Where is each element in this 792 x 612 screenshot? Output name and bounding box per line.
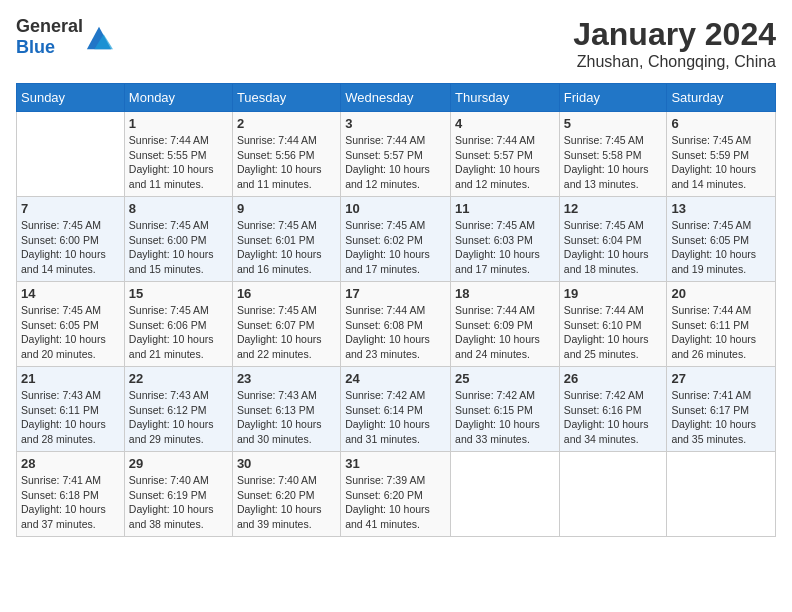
day-number: 27 bbox=[671, 371, 771, 386]
calendar-cell: 24Sunrise: 7:42 AM Sunset: 6:14 PM Dayli… bbox=[341, 367, 451, 452]
calendar-cell: 6Sunrise: 7:45 AM Sunset: 5:59 PM Daylig… bbox=[667, 112, 776, 197]
calendar-week-row: 1Sunrise: 7:44 AM Sunset: 5:55 PM Daylig… bbox=[17, 112, 776, 197]
day-info: Sunrise: 7:45 AM Sunset: 6:00 PM Dayligh… bbox=[129, 218, 228, 277]
calendar-cell: 23Sunrise: 7:43 AM Sunset: 6:13 PM Dayli… bbox=[232, 367, 340, 452]
day-number: 20 bbox=[671, 286, 771, 301]
calendar-cell: 28Sunrise: 7:41 AM Sunset: 6:18 PM Dayli… bbox=[17, 452, 125, 537]
calendar-cell: 1Sunrise: 7:44 AM Sunset: 5:55 PM Daylig… bbox=[124, 112, 232, 197]
calendar-cell: 31Sunrise: 7:39 AM Sunset: 6:20 PM Dayli… bbox=[341, 452, 451, 537]
calendar-week-row: 7Sunrise: 7:45 AM Sunset: 6:00 PM Daylig… bbox=[17, 197, 776, 282]
day-info: Sunrise: 7:45 AM Sunset: 6:04 PM Dayligh… bbox=[564, 218, 663, 277]
day-info: Sunrise: 7:45 AM Sunset: 6:03 PM Dayligh… bbox=[455, 218, 555, 277]
day-number: 31 bbox=[345, 456, 446, 471]
day-info: Sunrise: 7:44 AM Sunset: 5:55 PM Dayligh… bbox=[129, 133, 228, 192]
calendar-cell: 2Sunrise: 7:44 AM Sunset: 5:56 PM Daylig… bbox=[232, 112, 340, 197]
calendar-cell bbox=[559, 452, 667, 537]
calendar-table: SundayMondayTuesdayWednesdayThursdayFrid… bbox=[16, 83, 776, 537]
day-number: 15 bbox=[129, 286, 228, 301]
calendar-header: SundayMondayTuesdayWednesdayThursdayFrid… bbox=[17, 84, 776, 112]
calendar-cell: 21Sunrise: 7:43 AM Sunset: 6:11 PM Dayli… bbox=[17, 367, 125, 452]
calendar-body: 1Sunrise: 7:44 AM Sunset: 5:55 PM Daylig… bbox=[17, 112, 776, 537]
day-info: Sunrise: 7:41 AM Sunset: 6:18 PM Dayligh… bbox=[21, 473, 120, 532]
calendar-cell: 5Sunrise: 7:45 AM Sunset: 5:58 PM Daylig… bbox=[559, 112, 667, 197]
weekday-header-row: SundayMondayTuesdayWednesdayThursdayFrid… bbox=[17, 84, 776, 112]
day-info: Sunrise: 7:45 AM Sunset: 6:07 PM Dayligh… bbox=[237, 303, 336, 362]
calendar-week-row: 28Sunrise: 7:41 AM Sunset: 6:18 PM Dayli… bbox=[17, 452, 776, 537]
calendar-cell: 25Sunrise: 7:42 AM Sunset: 6:15 PM Dayli… bbox=[451, 367, 560, 452]
day-number: 24 bbox=[345, 371, 446, 386]
day-info: Sunrise: 7:45 AM Sunset: 6:00 PM Dayligh… bbox=[21, 218, 120, 277]
day-number: 6 bbox=[671, 116, 771, 131]
logo-text: General Blue bbox=[16, 16, 83, 58]
day-number: 17 bbox=[345, 286, 446, 301]
day-number: 30 bbox=[237, 456, 336, 471]
day-number: 5 bbox=[564, 116, 663, 131]
calendar-cell: 7Sunrise: 7:45 AM Sunset: 6:00 PM Daylig… bbox=[17, 197, 125, 282]
day-info: Sunrise: 7:42 AM Sunset: 6:16 PM Dayligh… bbox=[564, 388, 663, 447]
day-number: 8 bbox=[129, 201, 228, 216]
day-info: Sunrise: 7:44 AM Sunset: 6:11 PM Dayligh… bbox=[671, 303, 771, 362]
weekday-header-tuesday: Tuesday bbox=[232, 84, 340, 112]
calendar-week-row: 21Sunrise: 7:43 AM Sunset: 6:11 PM Dayli… bbox=[17, 367, 776, 452]
day-number: 22 bbox=[129, 371, 228, 386]
calendar-cell: 12Sunrise: 7:45 AM Sunset: 6:04 PM Dayli… bbox=[559, 197, 667, 282]
calendar-week-row: 14Sunrise: 7:45 AM Sunset: 6:05 PM Dayli… bbox=[17, 282, 776, 367]
day-info: Sunrise: 7:44 AM Sunset: 5:57 PM Dayligh… bbox=[345, 133, 446, 192]
day-number: 13 bbox=[671, 201, 771, 216]
day-info: Sunrise: 7:43 AM Sunset: 6:12 PM Dayligh… bbox=[129, 388, 228, 447]
calendar-cell: 13Sunrise: 7:45 AM Sunset: 6:05 PM Dayli… bbox=[667, 197, 776, 282]
location: Zhushan, Chongqing, China bbox=[573, 53, 776, 71]
day-info: Sunrise: 7:45 AM Sunset: 5:58 PM Dayligh… bbox=[564, 133, 663, 192]
day-number: 2 bbox=[237, 116, 336, 131]
day-number: 9 bbox=[237, 201, 336, 216]
weekday-header-saturday: Saturday bbox=[667, 84, 776, 112]
day-number: 25 bbox=[455, 371, 555, 386]
day-info: Sunrise: 7:45 AM Sunset: 6:02 PM Dayligh… bbox=[345, 218, 446, 277]
day-info: Sunrise: 7:43 AM Sunset: 6:11 PM Dayligh… bbox=[21, 388, 120, 447]
calendar-cell bbox=[667, 452, 776, 537]
calendar-cell: 27Sunrise: 7:41 AM Sunset: 6:17 PM Dayli… bbox=[667, 367, 776, 452]
day-number: 11 bbox=[455, 201, 555, 216]
calendar-cell: 10Sunrise: 7:45 AM Sunset: 6:02 PM Dayli… bbox=[341, 197, 451, 282]
day-info: Sunrise: 7:44 AM Sunset: 5:56 PM Dayligh… bbox=[237, 133, 336, 192]
calendar-cell: 19Sunrise: 7:44 AM Sunset: 6:10 PM Dayli… bbox=[559, 282, 667, 367]
calendar-cell bbox=[451, 452, 560, 537]
weekday-header-sunday: Sunday bbox=[17, 84, 125, 112]
day-number: 14 bbox=[21, 286, 120, 301]
day-info: Sunrise: 7:45 AM Sunset: 6:05 PM Dayligh… bbox=[21, 303, 120, 362]
day-info: Sunrise: 7:45 AM Sunset: 5:59 PM Dayligh… bbox=[671, 133, 771, 192]
day-info: Sunrise: 7:44 AM Sunset: 6:09 PM Dayligh… bbox=[455, 303, 555, 362]
day-info: Sunrise: 7:42 AM Sunset: 6:14 PM Dayligh… bbox=[345, 388, 446, 447]
month-year: January 2024 bbox=[573, 16, 776, 53]
day-info: Sunrise: 7:40 AM Sunset: 6:20 PM Dayligh… bbox=[237, 473, 336, 532]
day-info: Sunrise: 7:43 AM Sunset: 6:13 PM Dayligh… bbox=[237, 388, 336, 447]
day-info: Sunrise: 7:39 AM Sunset: 6:20 PM Dayligh… bbox=[345, 473, 446, 532]
logo: General Blue bbox=[16, 16, 113, 58]
weekday-header-thursday: Thursday bbox=[451, 84, 560, 112]
day-info: Sunrise: 7:41 AM Sunset: 6:17 PM Dayligh… bbox=[671, 388, 771, 447]
weekday-header-friday: Friday bbox=[559, 84, 667, 112]
day-info: Sunrise: 7:40 AM Sunset: 6:19 PM Dayligh… bbox=[129, 473, 228, 532]
logo-general: General bbox=[16, 16, 83, 36]
day-number: 10 bbox=[345, 201, 446, 216]
day-info: Sunrise: 7:44 AM Sunset: 5:57 PM Dayligh… bbox=[455, 133, 555, 192]
calendar-cell: 29Sunrise: 7:40 AM Sunset: 6:19 PM Dayli… bbox=[124, 452, 232, 537]
logo-icon bbox=[85, 23, 113, 51]
day-info: Sunrise: 7:45 AM Sunset: 6:05 PM Dayligh… bbox=[671, 218, 771, 277]
day-number: 12 bbox=[564, 201, 663, 216]
day-number: 21 bbox=[21, 371, 120, 386]
day-info: Sunrise: 7:45 AM Sunset: 6:01 PM Dayligh… bbox=[237, 218, 336, 277]
page-header: General Blue January 2024 Zhushan, Chong… bbox=[16, 16, 776, 71]
day-number: 7 bbox=[21, 201, 120, 216]
logo-blue: Blue bbox=[16, 37, 55, 57]
day-number: 1 bbox=[129, 116, 228, 131]
day-number: 28 bbox=[21, 456, 120, 471]
day-info: Sunrise: 7:42 AM Sunset: 6:15 PM Dayligh… bbox=[455, 388, 555, 447]
calendar-cell: 11Sunrise: 7:45 AM Sunset: 6:03 PM Dayli… bbox=[451, 197, 560, 282]
calendar-cell: 16Sunrise: 7:45 AM Sunset: 6:07 PM Dayli… bbox=[232, 282, 340, 367]
calendar-cell: 4Sunrise: 7:44 AM Sunset: 5:57 PM Daylig… bbox=[451, 112, 560, 197]
calendar-cell: 3Sunrise: 7:44 AM Sunset: 5:57 PM Daylig… bbox=[341, 112, 451, 197]
day-info: Sunrise: 7:44 AM Sunset: 6:08 PM Dayligh… bbox=[345, 303, 446, 362]
title-block: January 2024 Zhushan, Chongqing, China bbox=[573, 16, 776, 71]
calendar-cell: 8Sunrise: 7:45 AM Sunset: 6:00 PM Daylig… bbox=[124, 197, 232, 282]
